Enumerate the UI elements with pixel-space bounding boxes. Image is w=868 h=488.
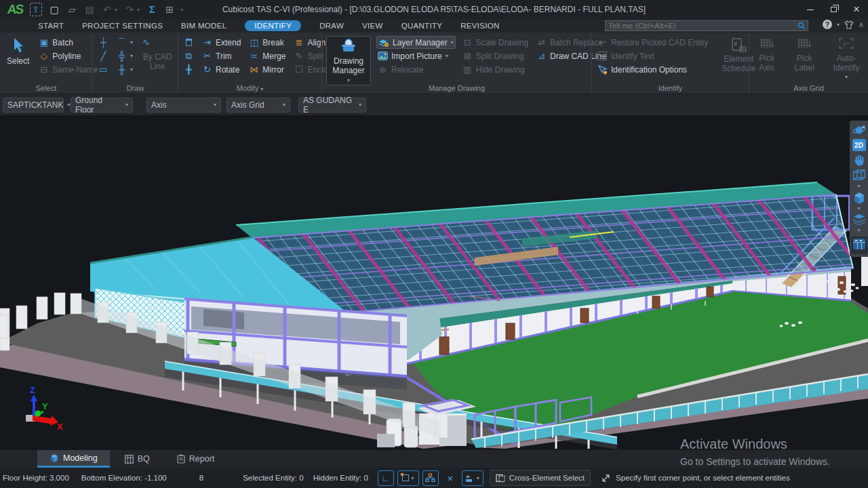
axis-name-dropdown[interactable]: AS GUDANG E▾	[298, 98, 366, 113]
split-drawing-button[interactable]: ⊠Split Drawing	[461, 49, 530, 62]
drawing-manager-button[interactable]: Drawing Manager▾	[326, 36, 371, 85]
merge-button[interactable]: ≍Merge	[248, 49, 287, 62]
model-canvas[interactable]: Z Y X	[0, 115, 868, 449]
tab-report[interactable]: Report	[165, 450, 227, 468]
new-file-icon[interactable]: ▢	[49, 3, 60, 16]
wireframe-view-icon[interactable]	[852, 169, 866, 182]
tab-bim-model[interactable]: BIM MODEL	[181, 22, 226, 30]
2d-view-button[interactable]: 2D	[852, 139, 866, 151]
clear-selection-button[interactable]: ×	[442, 470, 458, 486]
minimize-button[interactable]	[799, 0, 822, 19]
pick-axis-icon	[759, 37, 775, 52]
element-type-dropdown[interactable]: Axis▾	[146, 98, 221, 113]
layers-icon[interactable]	[852, 214, 866, 226]
scale-drawing-button[interactable]: ⊡Scale Drawing	[461, 36, 530, 49]
tellme-search-input[interactable]	[606, 22, 797, 30]
hide-drawing-button[interactable]: ▥Hide Drawing	[461, 63, 530, 76]
tab-project-settings[interactable]: PROJECT SETTINGS	[82, 22, 163, 30]
move-button[interactable]: ╋	[182, 63, 195, 76]
element-schedule-view-button[interactable]	[851, 237, 867, 254]
undo-icon[interactable]: ↶	[102, 3, 113, 16]
draw-rect-button[interactable]: ▭	[97, 63, 110, 76]
delete-button[interactable]	[182, 36, 195, 49]
chevron-down-icon: ▾	[125, 102, 128, 108]
rotate-icon: ↻	[202, 64, 212, 75]
ortho-mode-button[interactable]: ∟	[378, 470, 394, 486]
select-button[interactable]: Select	[4, 36, 32, 67]
tab-modeling[interactable]: Modeling	[37, 450, 110, 468]
copy-button[interactable]: ⧉	[182, 49, 195, 62]
break-button[interactable]: ◫Break	[248, 36, 287, 49]
group-label-draw: Draw	[93, 84, 178, 92]
trim-button[interactable]: ✂Trim	[201, 49, 242, 62]
scale-drawing-icon: ⊡	[462, 37, 473, 47]
extend-button[interactable]: ⇥Extend	[201, 36, 242, 49]
restore-picked-icon: ↩	[597, 37, 608, 47]
pick-label-button[interactable]: Pick Label	[789, 36, 819, 74]
draw-line-icon: ╱	[98, 51, 108, 61]
mirror-button[interactable]: ⋈Mirror	[248, 63, 287, 76]
view-identify-icon[interactable]: ⊞	[164, 3, 175, 16]
tab-quantity[interactable]: QUANTITY	[401, 22, 443, 30]
tellme-search-box[interactable]	[605, 20, 808, 31]
redo-icon[interactable]: ↷	[124, 3, 135, 16]
open-file-icon[interactable]: ▱	[66, 3, 77, 16]
pick-axis-button[interactable]: Pick Axis	[753, 36, 780, 74]
append-select-button[interactable]: +▾	[462, 470, 484, 486]
batch-select-button[interactable]: ▣Batch	[37, 36, 99, 49]
theme-shirt-icon[interactable]	[844, 20, 854, 29]
tab-start[interactable]: START	[38, 22, 64, 30]
draw-point-button[interactable]: ┼	[97, 36, 110, 49]
draw-grid2-button[interactable]: ╫▾	[115, 63, 134, 76]
batch-replace-icon: ⇄	[536, 37, 547, 47]
element-hierarchy-button[interactable]	[422, 470, 439, 486]
draw-arc-button[interactable]: ⌒▾	[115, 36, 134, 49]
collapse-ribbon-icon[interactable]: ∧	[859, 20, 864, 29]
restore-picked-cad-button[interactable]: ↩Restore Picked CAD Entity	[596, 36, 709, 49]
element-subtype-dropdown[interactable]: Axis Grid▾	[226, 98, 290, 113]
tab-revision[interactable]: REVISION	[460, 22, 499, 30]
auto-identify-button[interactable]: Auto-Identify▾	[829, 36, 864, 81]
septic-tank-dropdown[interactable]: SAPTICKTANK▾	[3, 98, 64, 113]
region-select-button[interactable]: ▾	[397, 470, 419, 486]
search-icon[interactable]	[797, 22, 806, 30]
group-label-modify[interactable]: Modify ▾	[178, 84, 321, 92]
floor-dropdown[interactable]: Ground Floor▾	[71, 98, 133, 113]
help-icon[interactable]: ?	[823, 20, 832, 29]
maximize-button[interactable]	[822, 0, 845, 19]
layer-manager-button[interactable]: Layer Manager▾	[376, 36, 456, 49]
sum-quantity-icon[interactable]: Σ	[146, 3, 157, 16]
3d-viewport[interactable]: Z Y X 2D ▾ ▾ ▾	[0, 115, 868, 449]
draw-rect-icon: ▭	[98, 64, 108, 75]
by-cad-line-button[interactable]: By CAD Line	[140, 49, 178, 75]
polyline-select-button[interactable]: ◇Polyline	[37, 49, 99, 62]
help-dropdown-icon[interactable]: ▾	[837, 22, 840, 28]
tab-view[interactable]: VIEW	[362, 22, 383, 30]
shaded-view-icon[interactable]	[852, 191, 866, 204]
identify-text-button[interactable]: AIdentify Text	[596, 49, 709, 62]
cross-element-select-toggle[interactable]: Cross-Element Select	[490, 470, 591, 486]
orbit-icon[interactable]	[852, 124, 866, 136]
tab-identify[interactable]: IDENTIFY	[245, 20, 301, 31]
rotate-button[interactable]: ↻Rotate	[201, 63, 242, 76]
save-file-icon[interactable]: ▤	[84, 3, 95, 16]
pan-hand-icon[interactable]	[854, 154, 865, 166]
redo-dropdown-icon[interactable]: ▾	[137, 7, 140, 13]
undo-dropdown-icon[interactable]: ▾	[115, 7, 117, 13]
import-picture-button[interactable]: Import Picture▾	[376, 49, 456, 62]
same-name-select-button[interactable]: ⊟Same-Name	[37, 63, 99, 76]
relocate-button[interactable]: ⊕Relocate	[376, 63, 456, 76]
tab-draw[interactable]: DRAW	[319, 22, 344, 30]
split-drawing-icon: ⊠	[462, 51, 473, 61]
close-button[interactable]: ×	[845, 0, 868, 19]
chevron-down-icon[interactable]: ▾	[857, 228, 860, 232]
draw-line-button[interactable]: ╱	[97, 49, 110, 62]
identification-options-button[interactable]: Identification Options	[596, 63, 709, 76]
tab-bq[interactable]: BQ	[113, 450, 162, 468]
chevron-down-icon[interactable]: ▾	[857, 207, 860, 211]
chevron-down-icon[interactable]: ▾	[857, 184, 860, 188]
draw-grid-button[interactable]: ╬▾	[115, 49, 134, 62]
draw-node-line-button[interactable]: ∿	[140, 36, 178, 49]
toolbar-more-icon[interactable]: ▾	[180, 7, 183, 13]
export-model-icon[interactable]: ⇧	[30, 3, 42, 16]
